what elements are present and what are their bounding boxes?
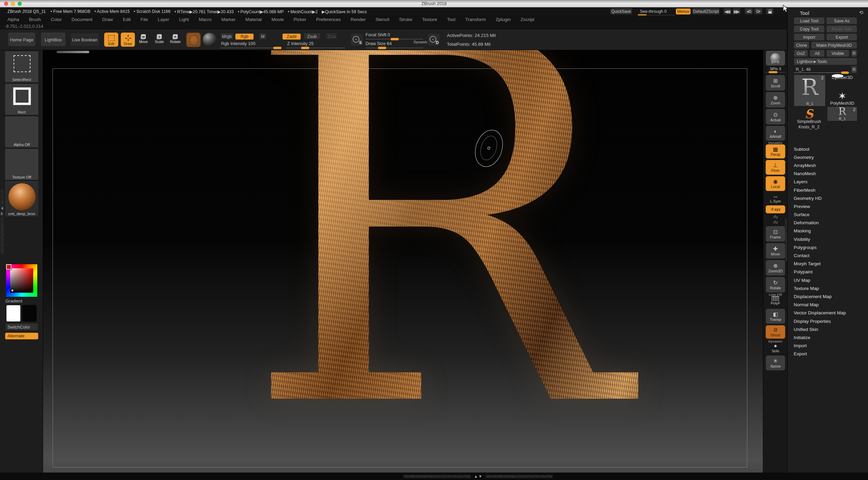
- tray-collapse-arrow-icon[interactable]: [1, 207, 3, 210]
- menu-item[interactable]: Stroke: [399, 17, 412, 22]
- actual-button[interactable]: ⊙ Actual: [766, 109, 785, 125]
- subpalette-header[interactable]: Vector Displacement Map: [794, 309, 865, 317]
- gradient-label[interactable]: Gradient: [5, 298, 22, 304]
- subpalette-header[interactable]: Export: [794, 350, 865, 358]
- zcut-button[interactable]: Zcut: [326, 34, 338, 40]
- xpose-button[interactable]: ✳ Xpose: [766, 356, 785, 371]
- subpalette-header[interactable]: Geometry: [794, 153, 865, 161]
- transp-button[interactable]: ◧ Transp: [766, 309, 785, 324]
- rotate-mode-button[interactable]: R Rotate: [169, 34, 181, 44]
- subpalette-header[interactable]: Polygroups: [794, 243, 865, 251]
- copy-tool-button[interactable]: Copy Tool: [794, 26, 825, 33]
- bottom-tray-divider[interactable]: ▲▼: [403, 475, 553, 478]
- stroke-selector[interactable]: SelectRect: [5, 51, 39, 83]
- subpalette-header[interactable]: Texture Map: [794, 284, 865, 292]
- lightbox-button[interactable]: LightBox: [41, 33, 66, 46]
- zsub-button[interactable]: Zsub: [303, 34, 320, 40]
- stroke-icon[interactable]: +S: [350, 33, 363, 46]
- menu-item[interactable]: Alpha: [7, 17, 19, 22]
- goz-r-button[interactable]: R: [851, 50, 857, 57]
- persp-button[interactable]: ▦ Persp: [766, 144, 785, 159]
- stroke-type-rect[interactable]: Rect: [5, 84, 39, 115]
- zadd-button[interactable]: Zadd: [282, 34, 301, 40]
- draw-size-track[interactable]: [366, 48, 423, 48]
- home-page-button[interactable]: Home Page: [8, 33, 36, 46]
- subpalette-header[interactable]: Surface: [794, 211, 865, 219]
- subpalette-header[interactable]: Unified Skin: [794, 325, 865, 333]
- sculpt-mesh-R[interactable]: R: [243, 50, 650, 473]
- menu-item[interactable]: Draw: [102, 17, 113, 22]
- edit-mode-button[interactable]: Edit: [104, 33, 118, 47]
- zoom3d-button[interactable]: ⊕ Zoom3D: [766, 260, 785, 276]
- spix-handle[interactable]: [769, 71, 777, 73]
- subpalette-header[interactable]: Subtool: [794, 145, 865, 153]
- copy-config-icon[interactable]: ◂⧉: [745, 8, 753, 15]
- default-zscript-button[interactable]: DefaultZScript: [692, 8, 720, 15]
- make-polymesh3d-button[interactable]: Make PolyMesh3D: [811, 42, 857, 49]
- scale-mode-button[interactable]: S Scale: [153, 34, 165, 44]
- subpalette-header[interactable]: Masking: [794, 227, 865, 235]
- tool-item-r1-small[interactable]: R 2 R_1: [827, 106, 857, 121]
- zlock-button[interactable]: ↺z: [766, 220, 785, 225]
- goz-all-button[interactable]: All: [810, 50, 825, 57]
- subpalette-header[interactable]: ArrayMesh: [794, 161, 865, 169]
- menu-item[interactable]: Color: [51, 17, 62, 22]
- color-cursor[interactable]: [11, 289, 14, 292]
- move-mode-button[interactable]: M Move: [137, 34, 150, 44]
- subpalette-header[interactable]: Morph Target: [794, 260, 865, 268]
- tool-name-slider-handle[interactable]: [841, 71, 849, 74]
- menu-item[interactable]: Material: [245, 17, 262, 22]
- local-button[interactable]: ◉ Local: [766, 176, 785, 191]
- rgb-intensity-track[interactable]: [220, 48, 281, 48]
- focal-shift-handle[interactable]: [391, 38, 399, 40]
- menu-item[interactable]: Brush: [29, 17, 41, 22]
- dynamic-label[interactable]: Dynamic: [414, 40, 428, 44]
- tool-name-slider[interactable]: R_1. 48: [794, 66, 850, 73]
- z-intensity-handle[interactable]: [301, 47, 309, 49]
- menu-item[interactable]: Light: [179, 17, 189, 22]
- menu-item[interactable]: Zplugin: [496, 17, 511, 22]
- alternate-button[interactable]: Alternate: [5, 333, 38, 339]
- menu-item[interactable]: Marker: [221, 17, 236, 22]
- subpalette-header[interactable]: Geometry HD: [794, 194, 865, 202]
- material-selector[interactable]: cmt_deep_bron: [5, 182, 39, 217]
- rgb-intensity-handle[interactable]: [273, 47, 281, 49]
- alpha-selector[interactable]: Alpha Off: [5, 117, 39, 148]
- tool-item-polymesh3d[interactable]: ✶ PolyMesh3D: [827, 91, 857, 106]
- subpalette-header[interactable]: UV Map: [794, 276, 865, 284]
- shelf-scroll-right-icon[interactable]: ▮▮▶: [732, 8, 741, 15]
- subpalette-header[interactable]: Preview: [794, 202, 865, 210]
- paste-tool-button[interactable]: Paste Tool: [826, 26, 857, 33]
- subpalette-header[interactable]: Layers: [794, 178, 865, 186]
- lsym-button[interactable]: ↔ L.Sym: [766, 193, 785, 203]
- import-button[interactable]: Import: [794, 34, 825, 41]
- menu-item[interactable]: Macro: [199, 17, 212, 22]
- shelf-scroll-left-icon[interactable]: ◀▮▮: [723, 8, 731, 15]
- bpr-render-button[interactable]: BPR: [766, 51, 785, 66]
- tool-item-cylinder3d[interactable]: Cylinder3D: [827, 75, 857, 80]
- export-button[interactable]: Export: [826, 34, 857, 41]
- subpalette-header[interactable]: Display Properties: [794, 317, 865, 325]
- subpalette-header[interactable]: Import: [794, 342, 865, 350]
- saturation-value-square[interactable]: [10, 268, 33, 293]
- see-through-slider[interactable]: See-through 0: [640, 9, 667, 14]
- restore-configuration-icon[interactable]: ⟲: [859, 9, 863, 16]
- subpalette-header[interactable]: FiberMesh: [794, 186, 865, 194]
- menu-item[interactable]: Render: [351, 17, 366, 22]
- menu-item[interactable]: Zscript: [520, 17, 534, 22]
- tool-item-simplebrush[interactable]: S SimpleBrush: [794, 108, 824, 124]
- secondary-color-swatch[interactable]: [22, 305, 37, 322]
- subpalette-header[interactable]: Polypaint: [794, 268, 865, 276]
- clone-button[interactable]: Clone: [794, 42, 809, 49]
- mrgb-button[interactable]: Mrgb: [220, 34, 233, 40]
- aahalf-button[interactable]: ◐ AAHalf: [766, 126, 785, 141]
- polyframe-button[interactable]: PolyF: [766, 296, 785, 305]
- rgb-button[interactable]: Rgb: [235, 34, 254, 40]
- menu-item[interactable]: Movie: [272, 17, 284, 22]
- subpalette-header[interactable]: Normal Map: [794, 301, 865, 309]
- tray-expand-arrow-icon[interactable]: [1, 212, 3, 215]
- document-canvas[interactable]: R: [43, 50, 763, 473]
- move-canvas-button[interactable]: ✚ Move: [766, 243, 785, 259]
- subpalette-header[interactable]: Displacement Map: [794, 292, 865, 300]
- divider-down-arrow-icon[interactable]: ▼: [478, 474, 482, 478]
